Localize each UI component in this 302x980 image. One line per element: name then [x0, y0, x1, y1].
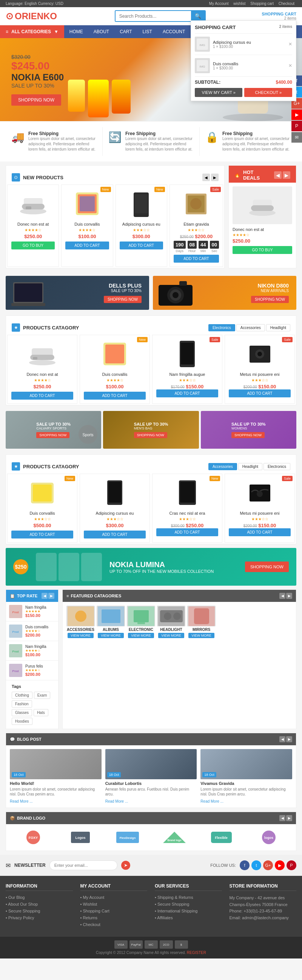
follow-youtube[interactable]: ▶ — [275, 861, 285, 870]
footer-affiliates-link[interactable]: Affiliates — [155, 915, 173, 920]
my-account-link[interactable]: My Account — [209, 2, 229, 6]
view-cart-button[interactable]: VIEW MY CART » — [195, 88, 243, 97]
brand-logos-2[interactable]: logos — [254, 830, 284, 845]
feat-cat-accessories-btn[interactable]: VIEW MORE — [68, 633, 94, 638]
cat2-p1-btn[interactable]: ADD TO CART — [11, 531, 73, 538]
wishlist-link[interactable]: wishlist — [233, 2, 245, 6]
brand-prev[interactable]: ◀ — [279, 815, 285, 821]
blog-post-3-read-more[interactable]: Read More ... — [200, 799, 224, 803]
hot-deal-btn[interactable]: GO TO BUY — [232, 246, 292, 254]
banner-sports[interactable]: SALE UP TO 30% CALVARY SPORTS SHOPPING N… — [6, 411, 101, 449]
cat2-p4-btn[interactable]: ADD TO CART — [229, 528, 291, 536]
nav-list[interactable]: LIST — [137, 25, 157, 38]
cat2-tab-accessories[interactable]: Accessories — [208, 463, 237, 470]
nav-cart[interactable]: CART — [114, 25, 137, 38]
pinterest-btn[interactable]: P — [291, 121, 302, 131]
blog-prev[interactable]: ◀ — [279, 736, 285, 742]
blog-post-1-read-more[interactable]: Read More ... — [10, 799, 33, 803]
cat1-tab-electronics[interactable]: Electronics — [208, 324, 235, 331]
sports-btn[interactable]: SHOPPING NOW — [36, 432, 70, 438]
blog-post-2-read-more[interactable]: Read More ... — [105, 799, 128, 803]
nav-home[interactable]: HOME — [64, 25, 88, 38]
brand-logos-1[interactable]: Logos — [65, 830, 95, 845]
footer-secure-shopping-link[interactable]: Secure Shopping — [155, 902, 189, 907]
tag-fashion[interactable]: Fashion — [12, 700, 32, 708]
new-product-1-btn[interactable]: GO TO BUY — [11, 242, 55, 250]
hot-deals-prev[interactable]: ◀ — [274, 171, 281, 179]
cart-item-1-remove[interactable]: ✕ — [288, 41, 292, 47]
new-products-prev[interactable]: ◀ — [202, 173, 210, 181]
hero-shop-button[interactable]: SHOPPING NOW — [11, 94, 61, 106]
brand-brandlogo[interactable]: Brand logo — [159, 830, 189, 845]
footer-cart-link[interactable]: Shopping Cart — [80, 909, 110, 913]
tag-clothing[interactable]: Clothing — [12, 692, 32, 699]
follow-twitter[interactable]: t — [251, 861, 261, 870]
feat-cat-mirrors[interactable]: MIRRORS VIEW MORE — [187, 606, 216, 638]
checkout-button[interactable]: CHECKOUT » — [244, 88, 292, 97]
tag-hats[interactable]: Hats — [33, 709, 48, 716]
cat2-p3-btn[interactable]: ADD TO CART — [156, 528, 218, 536]
feat-cat-headlight-btn[interactable]: VIEW MORE — [158, 633, 184, 638]
new-product-2-btn[interactable]: ADD TO CART — [65, 242, 109, 250]
featured-prev[interactable]: ◀ — [279, 593, 285, 599]
footer-about-link[interactable]: About Our Shop — [6, 902, 38, 907]
footer-checkout-link[interactable]: Checkout — [80, 922, 100, 927]
footer-secure-link[interactable]: Secure Shopping — [6, 909, 40, 913]
brand-flexible[interactable]: Flexible — [207, 830, 237, 845]
nav-account[interactable]: ACCOUNT — [157, 25, 190, 38]
footer-wishlist-link[interactable]: Wishlist — [80, 902, 97, 907]
feat-cat-electronic[interactable]: ELECTRONIC VIEW MORE — [127, 606, 155, 638]
follow-pinterest[interactable]: P — [286, 861, 296, 870]
feat-cat-accessories[interactable]: ACCESSORIES VIEW MORE — [67, 606, 95, 638]
footer-account-link[interactable]: My Account — [80, 895, 105, 900]
footer-blog-link[interactable]: Our Blog — [6, 895, 25, 900]
cat1-tab-accessories[interactable]: Accessories — [236, 324, 265, 331]
cat1-p4-btn[interactable]: ADD TO CART — [229, 390, 291, 397]
hot-deals-next[interactable]: ▶ — [283, 171, 290, 179]
email-social-btn[interactable]: ✉ — [291, 132, 302, 143]
feat-cat-albums[interactable]: ALBUMS VIEW MORE — [97, 606, 125, 638]
lumina-banner[interactable]: $250 NOKIA LUMINA UP TO 70% OFF IN THE N… — [6, 548, 296, 585]
search-button[interactable]: 🔍 — [191, 11, 205, 21]
follow-googleplus[interactable]: G+ — [263, 861, 273, 870]
new-product-3-btn[interactable]: ADD TO CART — [120, 242, 163, 250]
cart-item-2-remove[interactable]: ✕ — [288, 63, 292, 68]
nikon-btn[interactable]: SHOPPING NOW — [251, 296, 289, 303]
banner-women[interactable]: SALE UP TO 30% WOMENS SHOPPING NOW — [201, 411, 296, 449]
blog-next[interactable]: ▶ — [286, 736, 292, 742]
feat-cat-albums-btn[interactable]: VIEW MORE — [98, 633, 124, 638]
nav-categories[interactable]: ≡ ALL CATEGORIES ▼ — [0, 25, 64, 38]
feat-cat-mirrors-btn[interactable]: VIEW MORE — [188, 633, 215, 638]
banner-bag[interactable]: SALE UP TO 30% MEN'S BAG SHOPPING NOW — [103, 411, 199, 449]
banner-dells[interactable]: DELLS PLUS SALE UP TO 30% SHOPPING NOW — [6, 276, 149, 310]
featured-next[interactable]: ▶ — [286, 593, 292, 599]
cat2-p2-btn[interactable]: ADD TO CART — [84, 531, 146, 538]
brand-flexdesign[interactable]: FlexDesign — [113, 830, 143, 845]
checkout-link[interactable]: Checkout — [278, 2, 294, 6]
bag-btn[interactable]: SHOPPING NOW — [134, 432, 167, 438]
women-btn[interactable]: SHOPPING NOW — [231, 432, 265, 438]
brand-next[interactable]: ▶ — [286, 815, 292, 821]
newsletter-input[interactable] — [49, 861, 118, 870]
tag-exam[interactable]: Exam — [34, 692, 51, 699]
brand-foxy[interactable]: FOXY — [18, 830, 48, 845]
feat-cat-electronic-btn[interactable]: VIEW MORE — [128, 633, 154, 638]
lumina-btn[interactable]: SHOPPING NOW — [245, 562, 289, 572]
follow-facebook[interactable]: f — [240, 861, 250, 870]
shopping-cart-link[interactable]: Shopping cart — [250, 2, 274, 6]
footer-shipping-link[interactable]: Shipping & Returns — [155, 895, 193, 900]
footer-privacy-link[interactable]: Privacy Policy — [6, 915, 34, 920]
logo[interactable]: ⊙ ORIENKO — [6, 11, 59, 22]
nav-about[interactable]: ABOUT — [88, 25, 114, 38]
top-rate-next[interactable]: ▶ — [48, 593, 54, 599]
register-link[interactable]: REGISTER — [187, 951, 206, 955]
cat1-p2-btn[interactable]: ADD TO CART — [84, 392, 146, 399]
cat1-tab-headlight[interactable]: Headlight — [266, 324, 290, 331]
feat-cat-headlight[interactable]: HEADLIGHT VIEW MORE — [157, 606, 185, 638]
youtube-btn[interactable]: ▶ — [291, 110, 302, 120]
tag-glasses[interactable]: Glasses — [12, 709, 32, 716]
cat1-p1-btn[interactable]: ADD TO CART — [11, 392, 73, 399]
top-rate-prev[interactable]: ◀ — [41, 593, 48, 599]
new-product-4-btn[interactable]: ADD TO CART — [174, 255, 219, 262]
footer-international-link[interactable]: International Shipping — [155, 909, 197, 913]
